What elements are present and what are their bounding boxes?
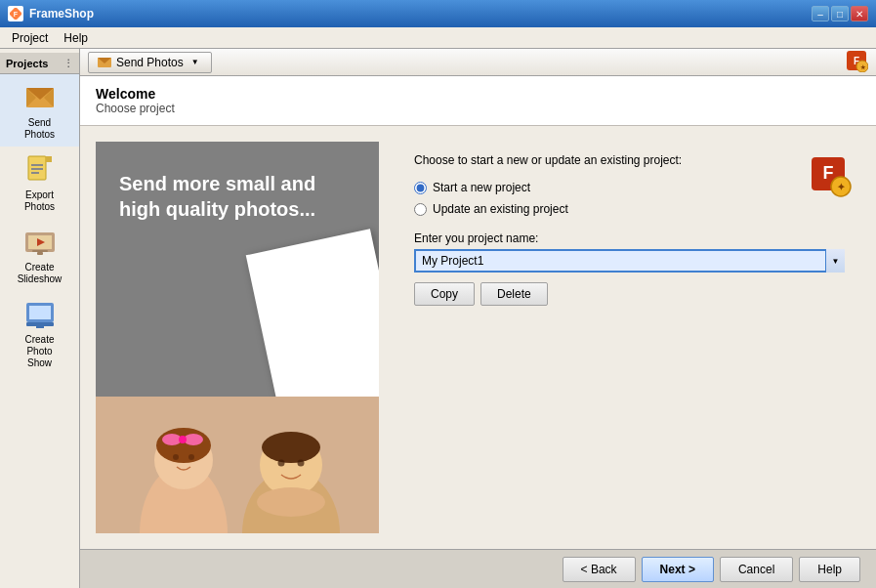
svg-rect-15	[32, 250, 48, 252]
form-question: Choose to start a new or update an exist…	[414, 153, 845, 167]
title-bar-left: F FrameShop	[8, 6, 94, 21]
svg-point-30	[156, 428, 211, 463]
form-panel: F ✦ Choose to start a new or update an e…	[398, 142, 860, 533]
welcome-body: Send more small and high quality photos.…	[80, 126, 876, 549]
sidebar: Projects ⋮ SendPhotos	[0, 49, 80, 588]
main-container: Projects ⋮ SendPhotos	[0, 49, 876, 588]
svg-rect-18	[29, 306, 51, 319]
sidebar-item-send-photos[interactable]: SendPhotos	[0, 74, 79, 147]
content-area: Send Photos F ★ Welcome Choose project	[80, 49, 876, 588]
app-title: FrameShop	[29, 7, 94, 21]
sidebar-title: Projects	[6, 58, 48, 69]
create-photo-show-icon	[22, 297, 58, 332]
send-photos-icon	[22, 80, 58, 115]
svg-rect-19	[26, 322, 54, 326]
svg-rect-20	[36, 326, 44, 328]
radio-new-project[interactable]: Start a new project	[414, 181, 845, 194]
welcome-panel: Welcome Choose project Send more small a…	[80, 76, 876, 549]
send-photos-dropdown[interactable]: Send Photos	[88, 52, 212, 73]
menu-help[interactable]: Help	[56, 29, 96, 47]
welcome-subtitle: Choose project	[96, 102, 860, 115]
topbar-left: Send Photos	[88, 52, 212, 73]
project-name-label: Enter you project name:	[414, 231, 845, 245]
sidebar-item-export-photos[interactable]: ExportPhotos	[0, 147, 79, 219]
svg-rect-9	[31, 164, 43, 166]
action-buttons: Copy Delete	[414, 282, 845, 306]
sidebar-label-export-photos: ExportPhotos	[24, 189, 55, 213]
bottom-bar: < Back Next > Cancel Help	[80, 549, 876, 588]
corner-logo: F ✦	[804, 149, 853, 201]
sidebar-label-create-slideshow: CreateSlideshow	[18, 262, 63, 285]
maximize-button[interactable]: □	[831, 6, 849, 21]
svg-point-38	[262, 432, 320, 463]
help-button[interactable]: Help	[799, 557, 860, 582]
sidebar-label-create-photo-show: CreatePhotoShow	[24, 334, 54, 369]
close-button[interactable]: ✕	[851, 6, 868, 21]
radio-existing-project-input[interactable]	[414, 203, 427, 216]
radio-group: Start a new project Update an existing p…	[414, 181, 845, 216]
project-name-select[interactable]: My Project1	[414, 249, 845, 273]
svg-point-41	[257, 487, 325, 517]
app-icon: F	[8, 6, 23, 21]
project-name-wrapper: My Project1 ▼	[414, 249, 845, 273]
menu-project[interactable]: Project	[4, 29, 56, 47]
svg-rect-8	[46, 156, 52, 162]
sidebar-label-send-photos: SendPhotos	[24, 117, 55, 141]
topbar-logo: F ★	[845, 49, 868, 75]
minimize-button[interactable]: –	[812, 6, 829, 21]
radio-new-project-input[interactable]	[414, 182, 427, 194]
sidebar-header: Projects ⋮	[0, 53, 79, 74]
svg-text:F: F	[14, 11, 19, 18]
radio-existing-project[interactable]: Update an existing project	[414, 202, 845, 216]
svg-rect-16	[37, 252, 43, 255]
svg-text:✦: ✦	[837, 182, 846, 192]
kids-illustration	[96, 397, 379, 533]
svg-point-40	[298, 460, 305, 467]
content-topbar: Send Photos F ★	[80, 49, 876, 76]
sidebar-item-create-slideshow[interactable]: CreateSlideshow	[0, 219, 79, 291]
sidebar-grip: ⋮	[63, 58, 73, 68]
cancel-button[interactable]: Cancel	[720, 557, 793, 582]
menu-bar: Project Help	[0, 27, 876, 49]
svg-point-34	[173, 454, 179, 460]
send-photos-dropdown-label: Send Photos	[116, 56, 184, 69]
copy-button[interactable]: Copy	[414, 282, 475, 306]
kids-photo	[96, 397, 379, 533]
svg-text:F: F	[823, 163, 834, 183]
svg-point-39	[278, 460, 285, 467]
svg-rect-11	[31, 172, 39, 174]
back-button[interactable]: < Back	[563, 557, 636, 582]
svg-point-33	[179, 436, 187, 443]
send-photos-dropdown-icon	[97, 55, 112, 70]
svg-rect-10	[31, 168, 43, 170]
sidebar-item-create-photo-show[interactable]: CreatePhotoShow	[0, 291, 79, 375]
title-bar: F FrameShop – □ ✕	[0, 0, 876, 27]
window-controls: – □ ✕	[812, 6, 868, 21]
svg-point-35	[188, 454, 194, 460]
export-photos-icon	[22, 152, 58, 188]
radio-new-project-label: Start a new project	[433, 181, 530, 194]
create-slideshow-icon	[22, 225, 58, 260]
paper-overlay	[246, 229, 379, 417]
photo-preview: Send more small and high quality photos.…	[96, 142, 379, 533]
welcome-header: Welcome Choose project	[80, 76, 876, 126]
next-button[interactable]: Next >	[642, 557, 714, 582]
preview-text: Send more small and high quality photos.…	[96, 142, 379, 222]
radio-existing-project-label: Update an existing project	[433, 202, 568, 216]
delete-button[interactable]: Delete	[480, 282, 548, 306]
welcome-title: Welcome	[96, 86, 860, 102]
